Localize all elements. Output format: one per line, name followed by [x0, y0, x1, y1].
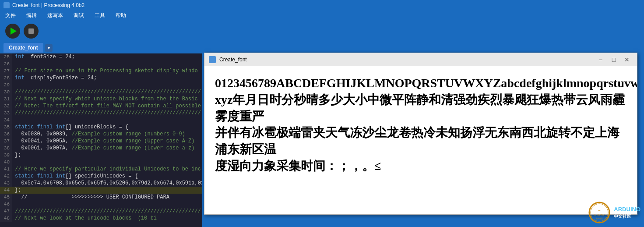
line-content: // Here we specify particular individual…: [12, 166, 202, 173]
run-button[interactable]: [5, 24, 20, 39]
line-number: 41: [0, 166, 12, 173]
code-line-41: 41 // Here we specify particular individ…: [0, 166, 202, 173]
code-line-36: 36 0x0030, 0x0039, //Example custom rang…: [0, 131, 202, 138]
code-line-43: 43 0x5e74,0x6708,0x65e5,0x65f6,0x5206,0x…: [0, 180, 202, 187]
code-line-37: 37 0x0041, 0x005A, //Example custom rang…: [0, 138, 202, 145]
code-line-47: 47 /////////////////////////////////////…: [0, 208, 202, 215]
line-number: 38: [0, 145, 12, 152]
preview-controls: − □ ✕: [595, 56, 633, 64]
line-number: 36: [0, 131, 12, 138]
line-content: };: [12, 152, 202, 159]
preview-minimize-button[interactable]: −: [595, 56, 606, 64]
menu-help[interactable]: 帮助: [114, 11, 128, 20]
preview-line-4: 度湿向力象采集时间：；，。≤: [215, 158, 626, 174]
code-line-30: 30 /////////////////////////////////////…: [0, 89, 202, 96]
svg-point-0: [589, 202, 609, 223]
line-number: 29: [0, 82, 12, 89]
line-content: ////////////////////////////////////////…: [12, 208, 202, 215]
code-line-29: 29: [0, 82, 202, 89]
line-content: 0x0061, 0x007A, //Example custom range (…: [12, 145, 202, 152]
arduino-text: ARDUINO 中文社区: [614, 206, 640, 219]
code-editor[interactable]: 25 int fontSize = 24; 26 27 // Font size…: [0, 53, 202, 227]
app-title: Create_font | Processing 4.0b2: [12, 2, 84, 8]
code-line-31: 31 // Next we specify which unicode bloc…: [0, 96, 202, 103]
app-icon: [4, 2, 10, 8]
line-content: };: [12, 187, 202, 194]
line-number: 44: [0, 187, 12, 194]
preview-title-left: Create_font: [209, 56, 247, 63]
line-content: ////////////////////////////////////////…: [12, 89, 202, 96]
menu-edit[interactable]: 编辑: [25, 11, 39, 20]
preview-close-button[interactable]: ✕: [621, 56, 633, 64]
preview-line-2: xyz年月日时分秒晴多少大小中微平阵静和清强劲疾烈暴飓狂爆热带云风雨霾雾度重严: [215, 92, 626, 125]
stop-icon: [28, 28, 34, 34]
menu-sketch[interactable]: 速写本: [46, 11, 65, 20]
line-number: 33: [0, 110, 12, 117]
code-line-35: 35 static final int[] unicodeBlocks = {: [0, 124, 202, 131]
line-number: 43: [0, 180, 12, 187]
line-number: 47: [0, 208, 12, 215]
code-line-39: 39 };: [0, 152, 202, 159]
arduino-watermark: ∞ ARDUINO 中文社区 ARDUINO 中文社区: [588, 202, 640, 223]
editor-panel: Create_font ▾ 25 int fontSize = 24; 26 2…: [0, 42, 202, 227]
stop-button[interactable]: [24, 24, 39, 39]
line-content: [12, 82, 202, 89]
menu-file[interactable]: 文件: [4, 11, 18, 20]
preview-window: Create_font − □ ✕ 0123456789ABCDEFGHIJKL…: [204, 53, 637, 215]
line-number: 42: [0, 173, 12, 180]
line-number: 45: [0, 194, 12, 201]
tab-create-font[interactable]: Create_font: [4, 43, 43, 53]
line-number: 40: [0, 159, 12, 166]
line-content: // Next we specify which unicode blocks …: [12, 96, 202, 103]
svg-text:∞: ∞: [598, 209, 601, 212]
line-content: 0x0041, 0x005A, //Example custom range (…: [12, 138, 202, 145]
line-number: 34: [0, 117, 12, 124]
svg-text:中文社区: 中文社区: [596, 217, 603, 220]
preview-title: Create_font: [219, 57, 247, 63]
line-content: // >>>>>>>>>> USER CONFIGURED PARA: [12, 194, 202, 201]
tab-bar: Create_font ▾: [0, 42, 202, 53]
menu-tools[interactable]: 工具: [93, 11, 107, 20]
code-line-38: 38 0x0061, 0x007A, //Example custom rang…: [0, 145, 202, 152]
line-number: 32: [0, 103, 12, 110]
line-number: 46: [0, 201, 12, 208]
code-line-26: 26: [0, 60, 202, 67]
code-line-44: 44 };: [0, 187, 202, 194]
menu-debug[interactable]: 调试: [72, 11, 86, 20]
code-line-48: 48 // Next we look at the unicode blocks…: [0, 215, 202, 222]
line-content: // Next we look at the unicode blocks (1…: [12, 215, 202, 222]
line-content: int displayFontSize = 24;: [12, 74, 202, 82]
line-content: 0x0030, 0x0039, //Example custom range (…: [12, 131, 202, 138]
arduino-brand: ARDUINO: [614, 206, 640, 213]
preview-maximize-button[interactable]: □: [608, 56, 619, 64]
preview-app-icon: [209, 56, 216, 63]
code-line-40: 40: [0, 159, 202, 166]
line-content: int fontSize = 24;: [12, 53, 202, 60]
code-line-28: 28 int displayFontSize = 24;: [0, 74, 202, 82]
line-content: [12, 60, 202, 67]
line-number: 37: [0, 138, 12, 145]
code-line-42: 42 static final int[] specificUnicodes =…: [0, 173, 202, 180]
code-line-46: 46: [0, 201, 202, 208]
tab-arrow-button[interactable]: ▾: [45, 44, 53, 52]
code-line-33: 33 /////////////////////////////////////…: [0, 110, 202, 117]
code-line-34: 34: [0, 117, 202, 124]
preview-line-3: 并伴有冰雹极端雷夹天气冻沙尘龙卷热冷未知扬浮无东南西北旋转不定上海浦东新区温: [215, 124, 626, 158]
line-number: 48: [0, 215, 12, 222]
line-content: // Note: The ttf/otf font file MAY NOT c…: [12, 103, 202, 110]
line-number: 25: [0, 53, 12, 60]
line-number: 26: [0, 60, 12, 67]
preview-line-1: 0123456789ABCDEFGHIJKLMNOPQRSTUVWXYZabcd…: [215, 75, 626, 92]
code-line-27: 27 // Font size to use in the Processing…: [0, 67, 202, 74]
line-number: 28: [0, 74, 12, 82]
line-content: // Font size to use in the Processing sk…: [12, 67, 202, 74]
line-number: 27: [0, 67, 12, 74]
line-number: 39: [0, 152, 12, 159]
line-content: [12, 159, 202, 166]
line-number: 31: [0, 96, 12, 103]
code-line-45: 45 // >>>>>>>>>> USER CONFIGURED PARA: [0, 194, 202, 201]
svg-text:ARDUINO: ARDUINO: [595, 213, 605, 216]
arduino-logo-icon: ∞ ARDUINO 中文社区: [588, 202, 610, 223]
code-line-32: 32 // Note: The ttf/otf font file MAY NO…: [0, 103, 202, 110]
code-line-25: 25 int fontSize = 24;: [0, 53, 202, 60]
